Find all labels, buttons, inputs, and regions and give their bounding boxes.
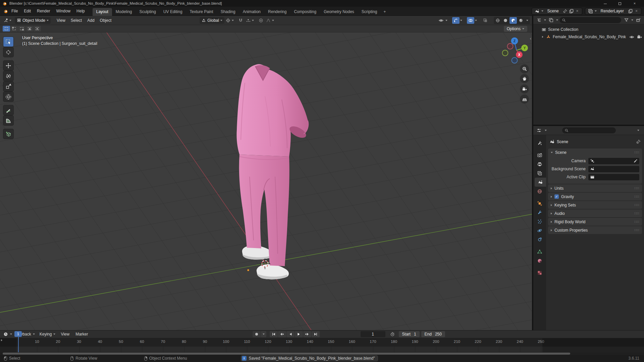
menu-file[interactable]: File <box>8 7 21 15</box>
timeline-expand-arrow[interactable] <box>1 339 2 341</box>
maximize-button[interactable] <box>612 0 627 7</box>
tab-constraints[interactable] <box>535 235 545 244</box>
menu-select[interactable]: Select <box>68 18 85 23</box>
custom-properties-panel[interactable]: Custom Properties ∷∷ <box>548 226 642 234</box>
units-panel[interactable]: Units ∷∷ <box>548 184 642 192</box>
eyedropper-icon[interactable] <box>633 159 638 163</box>
timeline-editor-type-button[interactable] <box>2 331 9 338</box>
options-button[interactable]: Options <box>504 26 527 32</box>
select-extend-button[interactable] <box>10 26 18 32</box>
object-visibility-button[interactable] <box>437 17 445 24</box>
tab-modeling[interactable]: Modeling <box>112 8 136 16</box>
tab-uv-editing[interactable]: UV Editing <box>160 8 186 16</box>
hide-eye-icon[interactable] <box>629 35 634 40</box>
jump-to-start-button[interactable] <box>270 331 278 337</box>
snap-target-button[interactable] <box>245 17 252 24</box>
show-overlays-toggle[interactable] <box>467 17 474 24</box>
tab-scripting[interactable]: Scripting <box>358 8 381 16</box>
playhead[interactable] <box>18 337 19 352</box>
select-set-button[interactable] <box>3 26 10 32</box>
menu-marker[interactable]: Marker <box>73 332 91 337</box>
menu-render[interactable]: Render <box>34 7 53 15</box>
unlink-scene-icon[interactable]: × <box>576 9 579 13</box>
scene-name[interactable]: Scene <box>545 9 561 13</box>
background-scene-field[interactable] <box>588 166 639 172</box>
tab-texture-paint[interactable]: Texture Paint <box>186 8 217 16</box>
panel-drag-handle[interactable]: ∷∷ <box>634 186 639 190</box>
expand-arrow-icon[interactable] <box>542 36 543 38</box>
tab-tool[interactable] <box>535 138 545 147</box>
outliner-search-input[interactable] <box>559 17 621 23</box>
mode-dropdown[interactable]: Object Mode <box>15 17 51 24</box>
xray-toggle[interactable] <box>482 17 489 24</box>
tab-object[interactable] <box>535 199 545 208</box>
properties-search-input[interactable] <box>562 127 616 133</box>
tab-render[interactable] <box>535 150 545 160</box>
proportional-editing-button[interactable] <box>257 17 265 24</box>
annotate-tool[interactable] <box>3 105 13 115</box>
tab-geometry-nodes[interactable]: Geometry Nodes <box>320 8 358 16</box>
use-preview-range-icon[interactable] <box>389 331 396 338</box>
gizmo-neg-x[interactable] <box>507 44 513 49</box>
keying-sets-panel[interactable]: Keying Sets ∷∷ <box>548 201 642 209</box>
rigid-body-world-panel[interactable]: Rigid Body World ∷∷ <box>548 218 642 226</box>
collection-name[interactable]: Scene Collection <box>548 27 578 32</box>
shading-wireframe-button[interactable] <box>494 17 501 24</box>
object-row[interactable]: Female_Medical_Scrubs_No_Body_Pink <box>533 33 644 41</box>
tab-texture[interactable] <box>535 268 545 277</box>
move-tool[interactable] <box>3 61 13 70</box>
menu-help[interactable]: Help <box>73 7 88 15</box>
auto-keying-record-button[interactable] <box>253 331 261 337</box>
new-scene-icon[interactable] <box>569 9 574 14</box>
panel-drag-handle[interactable]: ∷∷ <box>634 203 639 207</box>
tab-view-layer[interactable] <box>535 169 545 178</box>
active-clip-field[interactable] <box>588 174 639 180</box>
viewport-canvas[interactable] <box>0 33 532 330</box>
tab-compositing[interactable]: Compositing <box>290 8 320 16</box>
scene-panel-header[interactable]: Scene ∷∷ <box>548 148 642 156</box>
current-frame-field[interactable]: 1 <box>361 331 385 337</box>
panel-drag-handle[interactable]: ∷∷ <box>634 212 639 215</box>
view-layer-name[interactable]: RenderLayer <box>598 9 627 13</box>
outliner-editor-type-button[interactable] <box>535 17 543 23</box>
select-subtract-button[interactable] <box>18 26 25 32</box>
scene-selector[interactable]: Scene × <box>532 8 582 15</box>
tab-material[interactable] <box>535 256 545 265</box>
timeline-scrollbar[interactable] <box>0 352 644 355</box>
play-button[interactable] <box>295 331 303 337</box>
minimize-button[interactable] <box>598 0 612 7</box>
auto-keying-options-button[interactable] <box>261 331 266 337</box>
add-workspace-button[interactable]: + <box>381 8 389 16</box>
show-gizmo-toggle[interactable] <box>452 17 460 24</box>
properties-editor-type-button[interactable] <box>535 127 543 134</box>
panel-drag-handle[interactable]: ∷∷ <box>634 195 639 198</box>
object-name[interactable]: Female_Medical_Scrubs_No_Body_Pink <box>553 35 626 39</box>
navigation-gizmo[interactable]: Z Y X <box>495 33 532 110</box>
tab-world[interactable] <box>535 187 545 196</box>
tab-shading[interactable]: Shading <box>217 8 239 16</box>
keying-dropdown[interactable]: Keying <box>38 331 58 338</box>
transform-tool[interactable] <box>3 92 13 102</box>
frame-start-field[interactable]: Start 1 <box>399 331 420 337</box>
scale-tool[interactable] <box>3 81 13 91</box>
measure-tool[interactable] <box>3 116 13 125</box>
shading-solid-button[interactable] <box>502 17 509 24</box>
menu-window[interactable]: Window <box>53 7 73 15</box>
editor-type-button[interactable] <box>2 17 9 24</box>
filter-icon[interactable] <box>623 17 630 23</box>
shading-material-button[interactable] <box>509 17 517 24</box>
tab-output[interactable] <box>535 160 545 169</box>
close-button[interactable]: × <box>627 0 642 7</box>
rotate-tool[interactable] <box>3 71 13 81</box>
sidebar-collapse-arrow[interactable]: ‹ <box>530 36 531 41</box>
menu-view[interactable]: View <box>54 18 68 23</box>
new-collection-button[interactable] <box>635 17 642 23</box>
transform-orientation-dropdown[interactable]: Global <box>200 17 224 24</box>
pivot-point-button[interactable] <box>224 17 232 24</box>
tab-rendering[interactable]: Rendering <box>264 8 290 16</box>
tab-scene[interactable] <box>535 178 546 187</box>
remove-view-layer-icon[interactable]: × <box>635 9 638 13</box>
play-reverse-button[interactable] <box>286 331 294 337</box>
select-invert-button[interactable] <box>26 26 33 32</box>
view-layer-selector[interactable]: RenderLayer × <box>585 8 641 15</box>
